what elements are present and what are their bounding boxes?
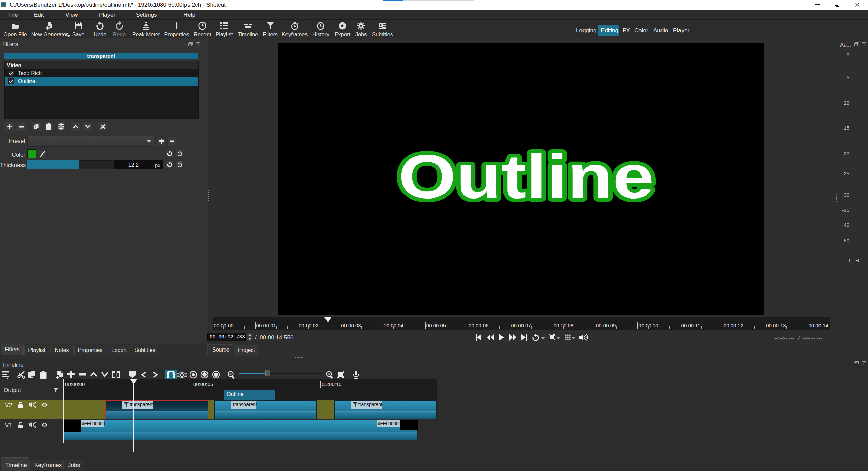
svg-text:Outline: Outline <box>398 142 654 211</box>
